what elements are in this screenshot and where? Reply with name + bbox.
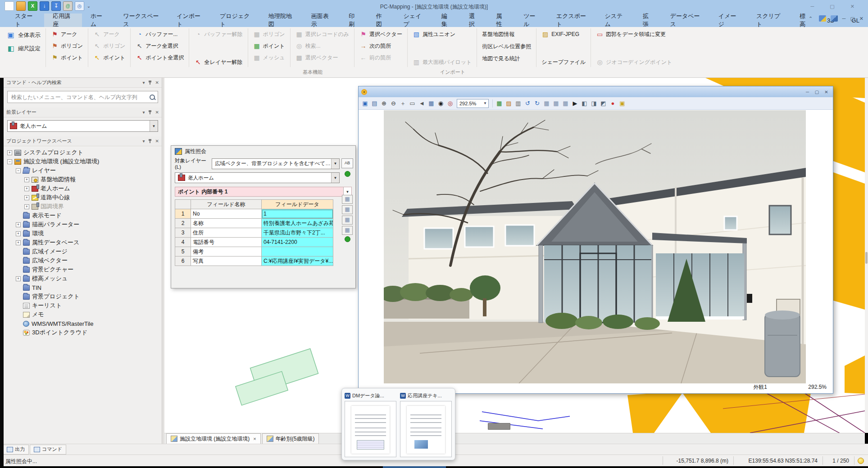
pan-icon[interactable]: ＋ bbox=[399, 99, 407, 108]
layout-a-icon[interactable]: ◧ bbox=[580, 99, 589, 108]
tree-expander-icon[interactable]: + bbox=[7, 150, 12, 155]
close-icon[interactable]: ✕ bbox=[155, 139, 159, 144]
pin-icon[interactable] bbox=[148, 139, 152, 143]
tree-expander-icon[interactable]: + bbox=[24, 186, 29, 191]
tree-item-7[interactable]: 表示モード bbox=[4, 211, 162, 220]
ribbon-tab-12[interactable]: 選択 bbox=[460, 14, 488, 27]
close-icon[interactable]: × bbox=[253, 436, 256, 441]
thumbnail-card-1[interactable]: W応用講座テキ... bbox=[400, 391, 452, 457]
tree-item-8[interactable]: +描画パラメーター bbox=[4, 220, 162, 229]
tree-item-2[interactable]: −レイヤー bbox=[4, 166, 162, 175]
tree-item-19[interactable]: WMS/WMTS/RasterTile bbox=[4, 319, 162, 328]
pin-icon[interactable] bbox=[148, 81, 152, 85]
ribbon-tab-9[interactable]: 作図 bbox=[368, 14, 395, 27]
ribbon-button-select-all-1[interactable]: ↖アーク全選択 bbox=[132, 40, 187, 52]
close-icon[interactable]: ✕ bbox=[823, 89, 830, 95]
close-icon[interactable]: ✕ bbox=[155, 110, 159, 115]
doc-minimize-icon[interactable]: ─ bbox=[842, 16, 846, 21]
doc-tab-1[interactable]: 年齢別(5歳階級) bbox=[262, 433, 319, 444]
table-add-icon[interactable]: ▦ bbox=[495, 99, 504, 108]
screen-move-icon[interactable]: ▤ bbox=[370, 99, 379, 108]
ribbon-tab-2[interactable]: ホーム bbox=[82, 14, 115, 27]
layer-select[interactable]: 老人ホーム ▼ bbox=[175, 172, 340, 183]
grid-link-icon[interactable]: ▦ bbox=[342, 226, 353, 235]
ribbon-tab-16[interactable]: システム bbox=[596, 14, 634, 27]
ribbon-tab-1[interactable]: 応用講座 bbox=[44, 14, 82, 27]
ribbon-tab-10[interactable]: シェイプ bbox=[395, 14, 433, 27]
tree-item-12[interactable]: 広域ベクター bbox=[4, 256, 162, 265]
tree-expander-icon[interactable]: + bbox=[24, 195, 29, 200]
table-a-icon[interactable]: ▦ bbox=[542, 99, 551, 108]
field-data-cell[interactable]: 04-7141-2200 bbox=[262, 238, 333, 247]
chevron-down-icon[interactable]: ▾ bbox=[143, 80, 145, 85]
tree-item-5[interactable]: +道路中心線 bbox=[4, 193, 162, 202]
zoom-level-select[interactable]: 292.5%▼ bbox=[457, 99, 489, 108]
app-mini-icon-2[interactable] bbox=[831, 15, 838, 22]
ribbon-button-import-links-1[interactable]: 街区レベル位置参照 bbox=[479, 40, 534, 53]
zoom-in-icon[interactable]: ⊕ bbox=[380, 99, 388, 108]
collapse-ribbon-icon[interactable]: ⌃ bbox=[807, 15, 814, 22]
eye-icon[interactable]: ◉ bbox=[436, 99, 445, 108]
target-icon[interactable]: ◎ bbox=[446, 99, 454, 108]
tree-item-13[interactable]: 背景ピクチャー bbox=[4, 265, 162, 274]
tree-item-3[interactable]: +基盤地図情報 bbox=[4, 175, 162, 184]
target-layer-select[interactable]: 広域ベクター、背景プロジェクトを含むすべての表示レイ ▼ bbox=[212, 158, 340, 169]
save-icon[interactable]: ▣ bbox=[361, 99, 369, 108]
window-controls[interactable]: ─ ▢ ✕ bbox=[810, 4, 862, 9]
layout-b-icon[interactable]: ◨ bbox=[590, 99, 598, 108]
selection-header[interactable]: ポイント 内部番号 1 ▼ bbox=[175, 187, 352, 197]
lightbulb-icon[interactable] bbox=[858, 458, 864, 464]
ribbon-tab-14[interactable]: ツール bbox=[515, 14, 548, 27]
tree-item-6[interactable]: +国調境界 bbox=[4, 202, 162, 211]
close-icon[interactable]: ✕ bbox=[155, 80, 159, 85]
doc-restore-icon[interactable]: ▢ bbox=[850, 16, 854, 22]
document-thumbnail[interactable] bbox=[400, 401, 452, 457]
ribbon-tab-17[interactable]: 拡張 bbox=[634, 14, 662, 27]
dialog-title-bar[interactable]: 属性照会 bbox=[171, 146, 355, 157]
photo-window-title-bar[interactable]: ─ ▢ ✕ bbox=[359, 86, 833, 97]
ribbon-button-draw-2[interactable]: ⚑ポイント bbox=[48, 52, 86, 63]
ribbon-button-vector-nav-0[interactable]: ⚑選択ベクター bbox=[356, 28, 405, 40]
thumbnail-card-0[interactable]: WDMデータ論... bbox=[345, 391, 396, 457]
search-input[interactable] bbox=[10, 94, 150, 101]
grid-add-icon[interactable]: ▦ bbox=[342, 195, 353, 204]
tree-expander-icon[interactable]: + bbox=[16, 276, 21, 281]
table-b-icon[interactable]: ▦ bbox=[552, 99, 560, 108]
zoom-out-icon[interactable]: ⊖ bbox=[389, 99, 398, 108]
tree-item-9[interactable]: +環境 bbox=[4, 229, 162, 238]
ribbon-tab-8[interactable]: 印刷 bbox=[340, 14, 368, 27]
ribbon-tab-0[interactable]: スタート bbox=[6, 14, 44, 27]
rotate-left-icon[interactable]: ↺ bbox=[523, 99, 532, 108]
field-data-cell[interactable]: 千葉県流山市野々下2丁... bbox=[262, 228, 333, 238]
ribbon-button-deselect-1[interactable]: ↖全レイヤー解除 bbox=[191, 56, 245, 68]
ribbon-tab-18[interactable]: データベース bbox=[662, 14, 710, 27]
output-tab-0[interactable]: 出力 bbox=[3, 445, 29, 454]
doc-close-icon[interactable]: ✕ bbox=[859, 16, 863, 22]
ribbon-button-attr-tables-1[interactable]: ▦ポイント bbox=[250, 40, 288, 52]
tree-expander-icon[interactable]: + bbox=[24, 177, 29, 182]
minimize-icon[interactable]: ─ bbox=[804, 89, 811, 95]
dropdown-arrow-icon[interactable]: ▼ bbox=[331, 159, 339, 169]
screen-small-icon[interactable]: ▦ bbox=[427, 99, 436, 108]
image-table-icon[interactable]: ▨ bbox=[504, 99, 513, 108]
ribbon-tab-5[interactable]: プロジェクト bbox=[211, 14, 260, 27]
horizontal-scrollbar-thumb[interactable] bbox=[488, 423, 510, 430]
search-icon[interactable] bbox=[150, 94, 155, 100]
ab-display-button[interactable]: AB bbox=[341, 158, 353, 168]
fit-window-icon[interactable]: ▭ bbox=[408, 99, 417, 108]
ribbon-tab-7[interactable]: 画面表示 bbox=[303, 14, 340, 27]
tree-item-17[interactable]: キーリスト bbox=[4, 301, 162, 310]
tree-expander-icon[interactable]: − bbox=[7, 159, 12, 164]
tree-item-0[interactable]: +システムプロジェクト bbox=[4, 148, 162, 157]
play-icon[interactable]: ▶ bbox=[571, 99, 579, 108]
ribbon-button-import-files-0[interactable]: ▨EXIF-JPEG bbox=[538, 28, 589, 40]
ribbon-button-draw-1[interactable]: ⚑ポリゴン bbox=[48, 40, 86, 52]
dropdown-arrow-icon[interactable]: ▼ bbox=[150, 121, 158, 131]
apply-dot-2-icon[interactable] bbox=[345, 236, 350, 242]
ribbon-button-draw-0[interactable]: ⚑アーク bbox=[48, 28, 86, 40]
ribbon-button-import-files-1[interactable]: シェープファイル bbox=[538, 56, 589, 68]
ribbon-button-view-1[interactable]: ◧縮尺設定 bbox=[3, 42, 44, 55]
tree-expander-icon[interactable]: + bbox=[16, 231, 21, 236]
vertical-scrollbar-thumb[interactable] bbox=[865, 252, 868, 264]
ribbon-button-view-0[interactable]: ▣全体表示 bbox=[3, 28, 44, 42]
